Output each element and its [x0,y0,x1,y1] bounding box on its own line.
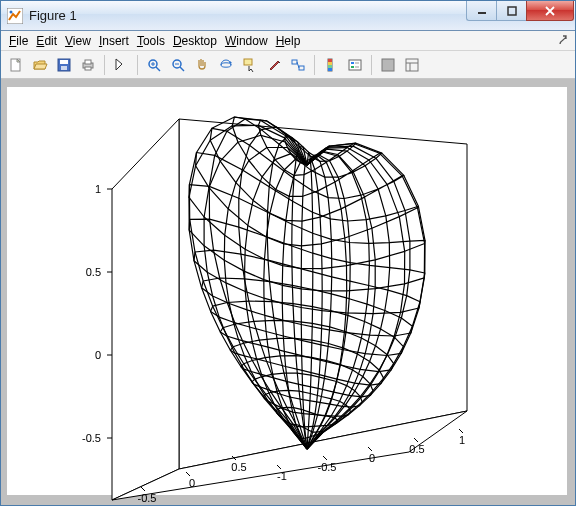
svg-rect-18 [299,66,304,70]
menu-view[interactable]: View [61,32,95,50]
pan-button[interactable] [191,54,213,76]
svg-point-15 [221,62,231,66]
z-tick-label: 1 [95,183,101,195]
svg-rect-20 [328,59,332,62]
menu-file[interactable]: File [5,32,32,50]
zoom-in-button[interactable] [143,54,165,76]
z-tick-label: 0 [95,349,101,361]
data-cursor-button[interactable] [239,54,261,76]
svg-line-14 [180,67,184,71]
y-tick-label: 0.5 [409,443,424,455]
svg-rect-9 [85,60,91,64]
window-title: Figure 1 [29,8,466,23]
maximize-button[interactable] [496,1,526,21]
svg-rect-29 [382,59,394,71]
svg-marker-34 [112,119,179,500]
link-plot-button[interactable] [287,54,309,76]
svg-rect-22 [328,65,332,68]
insert-legend-button[interactable] [344,54,366,76]
svg-point-1 [10,10,13,13]
z-tick-label: 0.5 [86,266,101,278]
svg-rect-6 [60,60,68,64]
matlab-figure-icon [7,8,23,24]
insert-colorbar-button[interactable] [320,54,342,76]
svg-rect-24 [349,60,361,70]
menu-insert[interactable]: Insert [95,32,133,50]
x-tick-label: 0 [189,477,195,489]
y-tick-label: -0.5 [318,461,337,473]
svg-line-12 [156,67,160,71]
menu-desktop[interactable]: Desktop [169,32,221,50]
titlebar: Figure 1 [1,1,575,31]
dock-toggle-icon[interactable] [555,33,571,49]
new-figure-button[interactable] [5,54,27,76]
figure-canvas[interactable]: -0.5 0 0.5 1 -0.5 0 0.5 -1 -0.5 0 0.5 [1,79,575,505]
svg-rect-30 [406,59,418,71]
svg-rect-17 [292,60,297,64]
menu-window[interactable]: Window [221,32,272,50]
menu-tools[interactable]: Tools [133,32,169,50]
y-tick-label: -1 [277,470,287,482]
edit-plot-button[interactable] [110,54,132,76]
svg-rect-21 [328,62,332,65]
svg-rect-3 [508,7,516,15]
svg-rect-10 [85,67,91,70]
close-button[interactable] [526,1,574,21]
print-button[interactable] [77,54,99,76]
svg-line-47 [459,429,463,433]
svg-rect-16 [244,59,252,65]
save-button[interactable] [53,54,75,76]
open-button[interactable] [29,54,51,76]
x-tick-label: -0.5 [138,492,157,504]
window-controls [466,1,574,21]
x-tick-label: 0.5 [231,461,246,473]
svg-rect-23 [328,68,332,71]
rotate-3d-button[interactable] [215,54,237,76]
menu-help[interactable]: Help [272,32,305,50]
y-tick-label: 0 [369,452,375,464]
zoom-out-button[interactable] [167,54,189,76]
y-tick-label: 1 [459,434,465,446]
svg-rect-7 [61,66,67,70]
minimize-button[interactable] [466,1,496,21]
brush-button[interactable] [263,54,285,76]
menu-edit[interactable]: Edit [32,32,61,50]
hide-plot-tools-button[interactable] [377,54,399,76]
figure-window: Figure 1 File Edit View Insert Tools Des… [0,0,576,506]
show-plot-tools-button[interactable] [401,54,423,76]
toolbar [1,51,575,79]
menubar: File Edit View Insert Tools Desktop Wind… [1,31,575,51]
z-tick-label: -0.5 [82,432,101,444]
axes-3d[interactable]: -0.5 0 0.5 1 -0.5 0 0.5 -1 -0.5 0 0.5 [7,87,567,495]
